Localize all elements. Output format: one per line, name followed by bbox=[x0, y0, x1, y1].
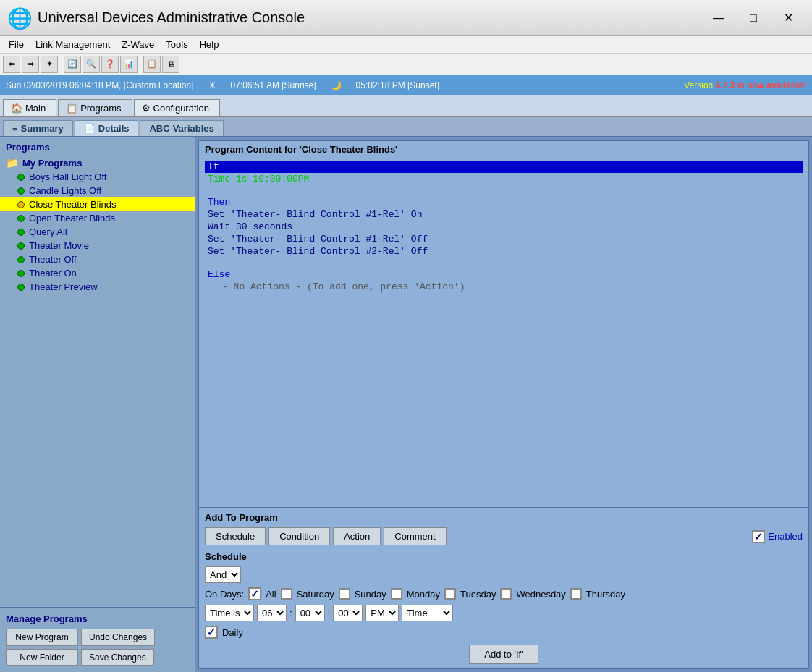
daily-row: ✓ Daily bbox=[205, 626, 803, 639]
undo-changes-button[interactable]: Undo Changes bbox=[81, 629, 155, 646]
thursday-label: Thursday bbox=[586, 589, 625, 600]
toolbar-btn-9[interactable]: 🖥 bbox=[162, 56, 179, 73]
menu-z-wave[interactable]: Z-Wave bbox=[116, 38, 160, 51]
subtab-details-label: Details bbox=[98, 123, 130, 134]
toolbar-btn-8[interactable]: 📋 bbox=[143, 56, 161, 73]
comment-button[interactable]: Comment bbox=[384, 527, 446, 545]
action-line-4: Set 'Theater- Blind Control #2-Rel' Off bbox=[205, 245, 803, 258]
tree-item-label: Theater Off bbox=[29, 254, 77, 265]
status-dot-close-theater bbox=[17, 201, 25, 208]
sunday-checkbox[interactable] bbox=[339, 588, 350, 600]
version-number: 4.7.3 bbox=[716, 80, 735, 90]
sunset-icon: 🌙 bbox=[331, 80, 342, 90]
tree-item-theater-on[interactable]: Theater On bbox=[0, 266, 195, 280]
menu-help[interactable]: Help bbox=[194, 38, 225, 51]
wednesday-checkbox[interactable] bbox=[500, 588, 512, 600]
programs-tree: 📁 My Programs Boys Hall Light Off Candle… bbox=[0, 154, 195, 607]
tuesday-label: Tuesday bbox=[460, 589, 496, 600]
enabled-checkbox[interactable]: ✓ bbox=[752, 530, 765, 543]
toolbar-btn-4[interactable]: 🔄 bbox=[64, 56, 81, 73]
on-days-label: On Days: bbox=[205, 589, 244, 600]
tree-item-boys-hall[interactable]: Boys Hall Light Off bbox=[0, 170, 195, 184]
new-program-button[interactable]: New Program bbox=[6, 629, 78, 646]
add-to-program-title: Add To Program bbox=[205, 512, 803, 523]
thursday-checkbox[interactable] bbox=[570, 588, 582, 600]
status-bar: Sun 02/03/2019 06:04:18 PM, [Custom Loca… bbox=[0, 75, 812, 95]
daily-check-icon: ✓ bbox=[207, 626, 216, 638]
action-button[interactable]: Action bbox=[333, 527, 381, 545]
manage-programs-section: Manage Programs New Program Undo Changes… bbox=[0, 607, 195, 672]
toolbar-btn-1[interactable]: ⬅ bbox=[3, 56, 20, 73]
time-row: Time is After Before 060708 091011 12010… bbox=[205, 605, 803, 621]
subtab-variables[interactable]: ABC Variables bbox=[140, 120, 223, 136]
tree-item-query-all[interactable]: Query All bbox=[0, 225, 195, 239]
toolbar-btn-6[interactable]: ❓ bbox=[101, 56, 119, 73]
subtab-details[interactable]: 📄 Details bbox=[75, 120, 139, 136]
main-content: Programs 📁 My Programs Boys Hall Light O… bbox=[0, 137, 812, 672]
left-panel: Programs 📁 My Programs Boys Hall Light O… bbox=[0, 137, 195, 672]
add-to-if-button[interactable]: Add to 'If' bbox=[469, 645, 538, 664]
tree-item-label: Candle Lights Off bbox=[29, 185, 101, 196]
sub-tab-bar: ≡ Summary 📄 Details ABC Variables bbox=[0, 117, 812, 137]
toolbar-btn-5[interactable]: 🔍 bbox=[83, 56, 100, 73]
tab-configuration[interactable]: ⚙ Configuration bbox=[134, 99, 220, 116]
second-dropdown[interactable]: 00153045 bbox=[333, 605, 363, 621]
toolbar-btn-7[interactable]: 📊 bbox=[120, 56, 138, 73]
toolbar-btn-2[interactable]: ➡ bbox=[22, 56, 39, 73]
tree-item-close-theater[interactable]: Close Theater Blinds bbox=[0, 197, 195, 211]
menu-link-management[interactable]: Link Management bbox=[30, 38, 116, 51]
daily-checkbox[interactable]: ✓ bbox=[205, 626, 218, 639]
add-to-program-section: Add To Program Schedule Condition Action… bbox=[198, 508, 809, 669]
menu-tools[interactable]: Tools bbox=[160, 38, 193, 51]
tree-item-label: Theater Preview bbox=[29, 281, 98, 292]
summary-icon: ≡ bbox=[12, 123, 18, 134]
minimize-button[interactable]: — bbox=[702, 7, 735, 30]
tree-item-theater-movie[interactable]: Theater Movie bbox=[0, 239, 195, 252]
variables-icon: ABC bbox=[149, 123, 169, 134]
status-dot-theater-movie bbox=[17, 242, 25, 250]
else-line: Else bbox=[205, 268, 803, 281]
menu-bar: File Link Management Z-Wave Tools Help bbox=[0, 36, 812, 54]
window-controls: — □ ✕ bbox=[702, 7, 805, 30]
close-button[interactable]: ✕ bbox=[771, 7, 805, 30]
status-dot-candle-lights bbox=[17, 187, 25, 195]
all-label: All bbox=[266, 589, 276, 600]
hour-dropdown[interactable]: 060708 091011 120102 bbox=[257, 605, 287, 621]
subtab-summary[interactable]: ≡ Summary bbox=[3, 120, 73, 136]
tree-item-label: Theater Movie bbox=[29, 240, 89, 251]
tab-programs[interactable]: 📋 Programs bbox=[58, 99, 132, 116]
add-to-program-buttons: Schedule Condition Action Comment ✓ Enab… bbox=[205, 527, 803, 545]
monday-checkbox[interactable] bbox=[391, 588, 402, 600]
tab-main[interactable]: 🏠 Main bbox=[3, 99, 56, 116]
then-line: Then bbox=[205, 196, 803, 208]
toolbar-btn-3[interactable]: ✦ bbox=[41, 56, 58, 73]
condition-button[interactable]: Condition bbox=[268, 527, 330, 545]
tab-programs-label: Programs bbox=[80, 103, 121, 114]
saturday-checkbox[interactable] bbox=[281, 588, 292, 600]
time-reference-dropdown[interactable]: Time Sunrise Sunset bbox=[402, 605, 453, 621]
config-icon: ⚙ bbox=[142, 103, 151, 114]
tree-item-candle-lights[interactable]: Candle Lights Off bbox=[0, 184, 195, 197]
save-changes-button[interactable]: Save Changes bbox=[81, 649, 154, 666]
ampm-dropdown[interactable]: AM PM bbox=[365, 605, 399, 621]
version-suffix: is now available! bbox=[735, 80, 806, 90]
top-tab-bar: 🏠 Main 📋 Programs ⚙ Configuration bbox=[0, 95, 812, 117]
maximize-button[interactable]: □ bbox=[737, 7, 770, 30]
menu-file[interactable]: File bbox=[3, 38, 30, 51]
minute-dropdown[interactable]: 00153045 bbox=[295, 605, 325, 621]
subtab-variables-label: Variables bbox=[173, 123, 214, 134]
tree-item-theater-off[interactable]: Theater Off bbox=[0, 252, 195, 266]
action-line-1: Set 'Theater- Blind Control #1-Rel' On bbox=[205, 208, 803, 221]
time-type-dropdown[interactable]: Time is After Before bbox=[205, 605, 254, 621]
tab-configuration-label: Configuration bbox=[153, 103, 209, 114]
tuesday-checkbox[interactable] bbox=[444, 588, 456, 600]
schedule-button[interactable]: Schedule bbox=[205, 527, 266, 545]
folder-my-programs[interactable]: 📁 My Programs bbox=[0, 156, 195, 170]
tree-item-open-theater[interactable]: Open Theater Blinds bbox=[0, 211, 195, 225]
toolbar: ⬅ ➡ ✦ 🔄 🔍 ❓ 📊 📋 🖥 bbox=[0, 54, 812, 75]
new-folder-button[interactable]: New Folder bbox=[6, 649, 78, 666]
all-days-checkbox[interactable]: ✓ bbox=[248, 587, 261, 600]
action-line-2: Wait 30 seconds bbox=[205, 221, 803, 233]
and-or-dropdown[interactable]: And Or bbox=[205, 566, 241, 583]
tree-item-theater-preview[interactable]: Theater Preview bbox=[0, 280, 195, 294]
